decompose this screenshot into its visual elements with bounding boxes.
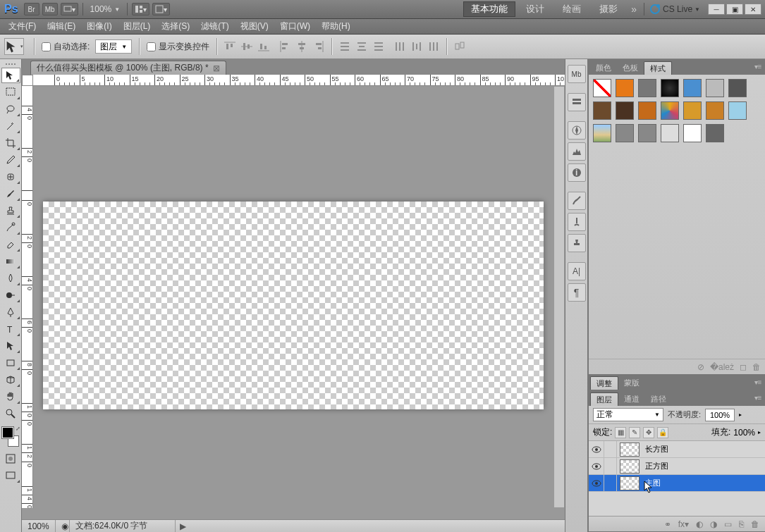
panel-menu-icon[interactable]: ▾≡ [752, 377, 764, 387]
style-swatch[interactable] [661, 101, 679, 120]
crop-tool[interactable] [1, 135, 20, 151]
new-style-icon[interactable]: �ależ [710, 362, 734, 372]
dist-top[interactable] [337, 39, 353, 54]
minibridge-button[interactable]: Mb [42, 3, 58, 16]
heal-tool[interactable] [1, 169, 20, 185]
align-top[interactable] [222, 39, 238, 54]
window-max[interactable]: ▣ [726, 4, 743, 15]
lock-trans-icon[interactable]: ▦ [615, 427, 626, 438]
menu-edit[interactable]: 编辑(E) [42, 19, 81, 34]
style-swatch[interactable] [706, 124, 724, 142]
3d-tool[interactable] [1, 372, 20, 388]
move-tool[interactable] [1, 68, 20, 83]
brush-tool[interactable] [1, 186, 20, 202]
status-doc[interactable]: 文档:624.0K/0 字节 [70, 520, 176, 532]
minibridge-panel-icon[interactable]: Mb [568, 65, 586, 83]
style-swatch[interactable] [706, 79, 724, 97]
align-vcenter[interactable] [239, 39, 255, 54]
status-menu[interactable]: ▶ [176, 521, 190, 531]
show-transform-check[interactable]: 显示变换控件 [147, 41, 209, 53]
color-swatches[interactable]: ⤢ [1, 426, 20, 448]
zoom-tool[interactable] [1, 406, 20, 421]
cslive-button[interactable]: CS Live▼ [650, 4, 700, 14]
tab-layers[interactable]: 图层 [590, 392, 618, 406]
adj-layer-icon[interactable]: ◑ [710, 519, 717, 529]
style-swatch[interactable] [593, 101, 611, 120]
shape-tool[interactable] [1, 355, 20, 371]
screenmode-tool[interactable] [1, 468, 20, 483]
stamp-tool[interactable] [1, 203, 20, 218]
style-swatch[interactable] [593, 124, 611, 142]
menu-view[interactable]: 视图(V) [235, 19, 274, 34]
dist-right[interactable] [426, 39, 441, 54]
menu-file[interactable]: 文件(F) [3, 19, 42, 34]
tab-adjust[interactable]: 调整 [590, 376, 618, 390]
tab-color[interactable]: 颜色 [590, 61, 617, 75]
dist-left[interactable] [392, 39, 408, 54]
gradient-tool[interactable] [1, 254, 20, 269]
workspace-essentials[interactable]: 基本功能 [463, 1, 515, 17]
menu-image[interactable]: 图像(I) [81, 19, 117, 34]
workspace-photo[interactable]: 摄影 [592, 1, 625, 17]
align-hcenter[interactable] [294, 39, 310, 54]
style-swatch[interactable] [661, 79, 679, 97]
tab-styles[interactable]: 样式 [644, 61, 672, 75]
style-swatch[interactable] [661, 124, 679, 142]
window-min[interactable]: ─ [708, 4, 725, 15]
style-swatch[interactable] [616, 124, 634, 142]
current-tool-icon[interactable]: ▾ [4, 38, 24, 55]
style-swatch[interactable] [706, 101, 724, 120]
lasso-tool[interactable] [1, 101, 20, 117]
lock-all-icon[interactable]: 🔒 [657, 427, 668, 438]
mask-icon[interactable]: ◐ [696, 519, 703, 529]
document-viewport[interactable]: 0510152025303540455055606570758085909510… [22, 75, 565, 519]
brush-panel-icon[interactable] [568, 192, 586, 210]
tab-channels[interactable]: 通道 [618, 392, 645, 406]
menu-select[interactable]: 选择(S) [156, 19, 195, 34]
panel-menu-icon[interactable]: ▾≡ [752, 61, 764, 71]
fill-field[interactable]: 100% [733, 428, 755, 438]
link-layers-icon[interactable]: ⚭ [664, 519, 671, 529]
style-swatch[interactable] [593, 79, 611, 97]
histogram-panel-icon[interactable] [568, 142, 586, 161]
visibility-icon[interactable] [589, 475, 604, 491]
visibility-icon[interactable] [589, 458, 604, 474]
delete-style-icon[interactable]: 🗑 [752, 362, 761, 372]
style-swatch[interactable] [728, 101, 747, 120]
dist-hcenter[interactable] [409, 39, 424, 54]
blend-mode-select[interactable]: 正常▼ [593, 408, 663, 421]
workspace-more[interactable]: » [627, 4, 641, 15]
style-swatch[interactable] [616, 101, 634, 120]
group-icon[interactable]: ▭ [724, 519, 732, 529]
style-swatch[interactable] [683, 101, 702, 120]
no-style-icon[interactable]: ⊘ [697, 362, 704, 372]
style-swatch[interactable] [683, 79, 702, 97]
hand-tool[interactable] [1, 389, 20, 404]
status-icon[interactable]: ◉ [56, 520, 70, 532]
style-swatch[interactable] [638, 101, 656, 120]
marquee-tool[interactable] [1, 85, 20, 100]
dist-bottom[interactable] [371, 39, 386, 54]
quickmask-tool[interactable] [1, 451, 20, 466]
opacity-field[interactable]: 100% [705, 409, 735, 421]
menu-help[interactable]: 帮助(H) [316, 19, 356, 34]
close-icon[interactable]: ⊠ [213, 63, 220, 73]
pen-tool[interactable] [1, 304, 20, 320]
brushpreset-panel-icon[interactable] [568, 213, 586, 231]
ruler-vertical[interactable]: 4020020406080100120140 [22, 86, 33, 508]
panel-menu-icon[interactable]: ▾≡ [752, 392, 764, 402]
window-close[interactable]: ✕ [745, 4, 761, 15]
menu-filter[interactable]: 滤镜(T) [195, 19, 234, 34]
zoom-combo[interactable]: 100%▼ [90, 4, 121, 14]
auto-select-target[interactable]: 图层▼ [95, 39, 132, 54]
character-panel-icon[interactable]: A| [568, 262, 586, 280]
menu-window[interactable]: 窗口(W) [274, 19, 316, 34]
auto-select-check[interactable]: 自动选择: [42, 41, 90, 53]
layer-row[interactable]: 正方图 [589, 458, 765, 475]
navigator-panel-icon[interactable] [568, 121, 586, 140]
bridge-button[interactable]: Br [24, 3, 39, 16]
style-swatch[interactable] [728, 79, 747, 97]
menu-layer[interactable]: 图层(L) [118, 19, 157, 34]
view-extras-button[interactable]: ▾ [152, 3, 170, 16]
screen-mode-button[interactable]: ▾ [61, 3, 78, 16]
